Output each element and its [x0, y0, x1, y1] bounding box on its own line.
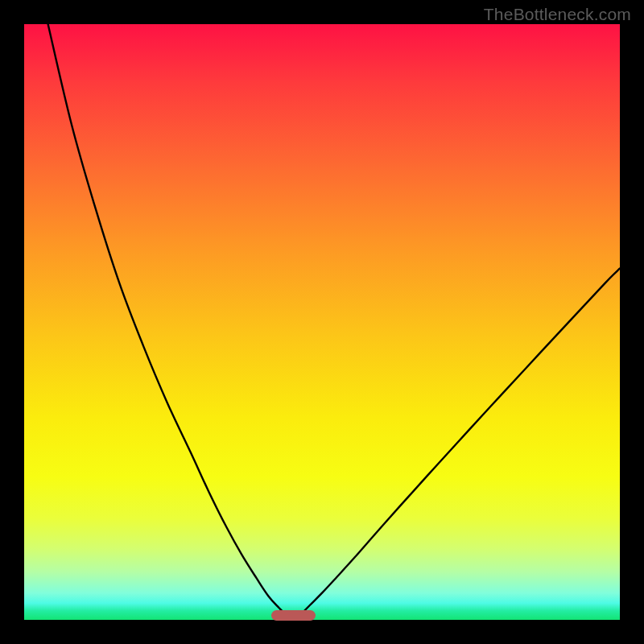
watermark-text: TheBottleneck.com: [484, 5, 631, 24]
baseline-marker: [271, 610, 316, 621]
right-curve: [293, 268, 620, 620]
plot-area: [24, 24, 620, 620]
left-curve: [48, 24, 294, 620]
chart-frame: TheBottleneck.com: [0, 0, 644, 644]
curve-layer: [24, 24, 620, 620]
